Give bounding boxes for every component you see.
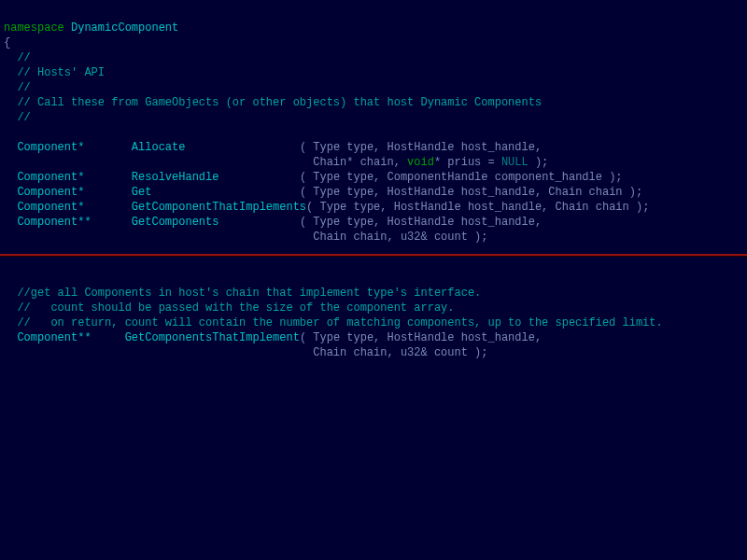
comment-line: // <box>17 81 30 94</box>
signature: Chain chain, u32& count ); <box>300 231 488 244</box>
signature: ( Type type, HostHandle host_handle, Cha… <box>300 186 642 199</box>
literal-null: NULL <box>501 156 529 169</box>
comment-line: // count should be passed with the size … <box>17 301 454 315</box>
keyword-namespace: namespace <box>4 21 64 35</box>
comment-line: // Call these from GameObjects (or other… <box>17 96 542 109</box>
comment-line: // <box>17 51 30 64</box>
comment-line: // <box>17 111 30 124</box>
signature: Chain* chain, <box>300 156 407 169</box>
comment-line: // Hosts' API <box>17 66 105 79</box>
signature: Chain chain, u32& count ); <box>300 346 488 359</box>
signature: ( Type type, HostHandle host_handle, <box>300 216 542 229</box>
keyword-void: void <box>407 156 434 169</box>
fn-name-allocate: Allocate <box>132 141 186 154</box>
fn-name-getcomponentsthatimplement: GetComponentsThatImplement <box>125 331 300 344</box>
fn-name-getcomponentthatimplements: GetComponentThatImplements <box>132 201 306 214</box>
code-block-bottom: //get all Components in host's chain tha… <box>0 265 747 360</box>
signature: ); <box>529 156 549 169</box>
signature: ( Type type, HostHandle host_handle, <box>300 141 542 154</box>
fn-name-getcomponents: GetComponents <box>132 216 219 229</box>
return-type: Component** <box>17 331 91 344</box>
comment-line: //get all Components in host's chain tha… <box>17 287 481 300</box>
fn-name-get: Get <box>132 186 152 199</box>
return-type: Component* <box>17 171 84 184</box>
return-type: Component** <box>17 216 91 229</box>
return-type: Component* <box>17 201 84 214</box>
divider-line <box>0 254 747 256</box>
signature: ( Type type, ComponentHandle component_h… <box>300 171 623 184</box>
signature: ( Type type, HostHandle host_handle, Cha… <box>306 201 649 214</box>
brace-open: { <box>4 36 10 49</box>
code-block-top: namespace DynamicComponent { // // Hosts… <box>0 0 747 245</box>
return-type: Component* <box>17 186 84 199</box>
fn-name-resolvehandle: ResolveHandle <box>132 171 219 184</box>
comment-line: // on return, count will contain the num… <box>17 316 662 329</box>
return-type: Component* <box>17 141 84 154</box>
namespace-name: DynamicComponent <box>71 21 178 35</box>
signature: ( Type type, HostHandle host_handle, <box>300 331 542 344</box>
signature: * prius = <box>434 156 501 169</box>
